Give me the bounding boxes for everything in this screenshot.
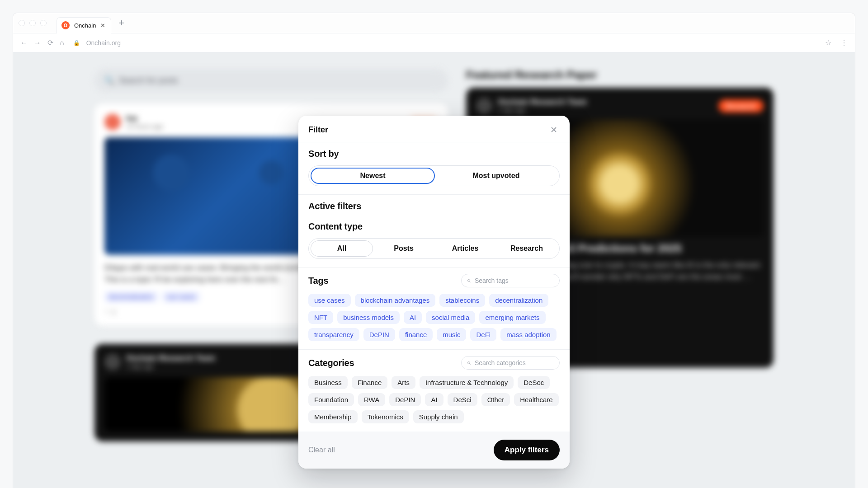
categories-chip-wrap: BusinessFinanceArtsInfrastructure & Tech… (308, 376, 560, 423)
category-chip[interactable]: RWA (358, 393, 385, 406)
modal-title: Filter (308, 125, 328, 135)
content-type-articles-button[interactable]: Articles (434, 240, 496, 257)
nav-forward-icon[interactable]: → (34, 39, 41, 47)
post-tag: decentralization (104, 291, 158, 302)
category-chip[interactable]: Arts (392, 376, 415, 389)
category-chip[interactable]: Infrastructure & Technology (420, 376, 514, 389)
nav-reload-icon[interactable]: ⟳ (47, 38, 53, 47)
tab-title: Onchain (74, 22, 96, 29)
tags-search-input[interactable] (475, 277, 554, 284)
post-time: 1 day ago (498, 107, 587, 114)
tags-label: Tags (308, 276, 328, 286)
category-chip[interactable]: Membership (308, 410, 358, 423)
categories-section: Categories BusinessFinanceArtsInfrastruc… (298, 349, 570, 432)
categories-label: Categories (308, 358, 354, 368)
category-chip[interactable]: Healthcare (514, 393, 559, 406)
post-author: Onchain Research Team (498, 98, 587, 107)
sort-by-section: Sort by Newest Most upvoted (298, 142, 570, 194)
bookmark-star-icon[interactable]: ☆ (825, 38, 831, 47)
browser-tab[interactable]: O Onchain ✕ (57, 17, 111, 33)
favicon-icon: O (61, 21, 70, 29)
category-chip[interactable]: AI (425, 393, 443, 406)
categories-search-input[interactable] (475, 359, 554, 366)
browser-window: O Onchain ✕ + ← → ⟳ ⌂ 🔒 Onchain.org ☆ ⋮ … (13, 13, 855, 488)
lock-icon: 🔒 (73, 40, 80, 46)
tag-chip[interactable]: AI (404, 311, 422, 324)
post-time: 1 day ago (126, 363, 215, 370)
category-chip[interactable]: Business (308, 376, 348, 389)
tag-chip[interactable]: stablecoins (439, 294, 485, 307)
post-time: 14 hours ago (126, 123, 163, 130)
search-placeholder: Search for posts (119, 76, 178, 85)
sort-newest-button[interactable]: Newest (311, 168, 435, 184)
tag-chip[interactable]: DeFi (470, 328, 496, 341)
close-icon[interactable] (548, 124, 560, 136)
modal-header: Filter (298, 116, 570, 142)
browser-menu-icon[interactable]: ⋮ (840, 38, 848, 47)
category-chip[interactable]: DeSci (448, 393, 477, 406)
apply-filters-button[interactable]: Apply filters (494, 440, 560, 460)
categories-search[interactable] (461, 356, 560, 370)
sort-most-upvoted-button[interactable]: Most upvoted (435, 168, 557, 184)
category-chip[interactable]: Tokenomics (362, 410, 409, 423)
filter-modal: Filter Sort by Newest Most upvoted Activ… (298, 116, 570, 469)
search-icon (467, 277, 471, 284)
modal-footer: Clear all Apply filters (298, 432, 570, 469)
sort-by-segmented: Newest Most upvoted (308, 165, 560, 186)
window-controls (19, 20, 47, 26)
window-minimize-icon[interactable] (29, 20, 36, 26)
post-tag: use cases (162, 291, 200, 302)
tag-chip[interactable]: blockchain advantages (355, 294, 436, 307)
tag-chip[interactable]: music (437, 328, 466, 341)
sort-by-label: Sort by (308, 149, 560, 159)
post-author: lua (126, 114, 163, 123)
tag-chip[interactable]: decentralization (489, 294, 548, 307)
window-maximize-icon[interactable] (40, 20, 47, 26)
url-bar: ← → ⟳ ⌂ 🔒 Onchain.org ☆ ⋮ (13, 33, 855, 52)
tag-chip[interactable]: transparency (308, 328, 359, 341)
content-type-segmented: All Posts Articles Research (308, 238, 560, 259)
active-filters-section: Active filters (298, 194, 570, 220)
avatar (104, 354, 121, 370)
category-chip[interactable]: Finance (352, 376, 387, 389)
post-author: Onchain Research Team (126, 354, 215, 363)
tags-chip-wrap: use casesblockchain advantagesstablecoin… (308, 294, 560, 341)
tab-close-icon[interactable]: ✕ (100, 22, 105, 29)
page-content: 🔍 Search for posts lua 14 hours ago Post (13, 52, 855, 488)
active-filters-label: Active filters (308, 201, 560, 211)
tag-chip[interactable]: NFT (308, 311, 333, 324)
content-type-section: Content type All Posts Articles Research (298, 220, 570, 267)
content-type-research-button[interactable]: Research (496, 240, 557, 257)
category-chip[interactable]: DeSoc (518, 376, 550, 389)
tab-strip: O Onchain ✕ + (13, 13, 855, 33)
tag-chip[interactable]: use cases (308, 294, 351, 307)
tag-chip[interactable]: emerging markets (479, 311, 545, 324)
category-chip[interactable]: DePIN (389, 393, 421, 406)
nav-home-icon[interactable]: ⌂ (60, 39, 64, 47)
svg-point-0 (468, 279, 470, 282)
content-type-label: Content type (308, 221, 560, 232)
nav-back-icon[interactable]: ← (20, 39, 28, 47)
new-tab-button[interactable]: + (118, 18, 124, 28)
tag-chip[interactable]: finance (399, 328, 433, 341)
tag-chip[interactable]: mass adoption (500, 328, 557, 341)
search-icon (467, 360, 471, 366)
window-close-icon[interactable] (19, 20, 25, 26)
content-type-posts-button[interactable]: Posts (373, 240, 434, 257)
post-badge: Research (718, 99, 764, 113)
category-chip[interactable]: Other (481, 393, 510, 406)
avatar (476, 98, 492, 114)
tags-search[interactable] (461, 274, 560, 287)
url-text[interactable]: Onchain.org (86, 39, 121, 47)
clear-all-button[interactable]: Clear all (308, 446, 335, 454)
category-chip[interactable]: Foundation (308, 393, 354, 406)
tag-chip[interactable]: business models (337, 311, 400, 324)
content-type-all-button[interactable]: All (311, 240, 373, 257)
featured-heading: Featured Research Paper (466, 69, 774, 81)
tags-section: Tags use casesblockchain advantagesstabl… (298, 267, 570, 349)
tag-chip[interactable]: social media (426, 311, 475, 324)
search-input-bg: 🔍 Search for posts (94, 69, 448, 92)
category-chip[interactable]: Supply chain (413, 410, 464, 423)
post-likes: 2 (112, 309, 116, 316)
tag-chip[interactable]: DePIN (363, 328, 395, 341)
